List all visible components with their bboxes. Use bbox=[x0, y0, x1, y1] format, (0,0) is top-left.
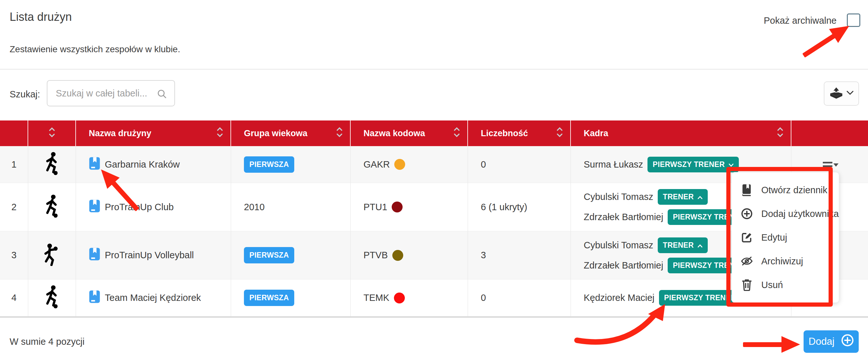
header-divider bbox=[0, 69, 868, 69]
row-index: 2 bbox=[0, 183, 28, 231]
export-icon bbox=[829, 87, 843, 100]
count-cell: 0 bbox=[468, 279, 571, 317]
age-group-cell: 2010 bbox=[231, 183, 351, 231]
sort-icon bbox=[49, 127, 56, 140]
volleyball-player-icon bbox=[43, 242, 61, 268]
menu-item-open-journal[interactable]: Otwórz dziennik bbox=[732, 178, 839, 202]
team-name-cell: Garbarnia Kraków bbox=[76, 146, 231, 183]
team-link[interactable]: Garbarnia Kraków bbox=[89, 157, 180, 172]
sort-icon bbox=[336, 127, 343, 140]
staff-role-badge[interactable]: TRENER bbox=[658, 189, 708, 205]
age-group-badge[interactable]: PIERWSZA bbox=[244, 290, 294, 306]
team-name-cell: ProTrainUp Volleyball bbox=[76, 231, 231, 279]
age-group-cell: PIERWSZA bbox=[231, 231, 351, 279]
code-cell: PTU1 bbox=[351, 183, 468, 231]
age-group-cell: PIERWSZA bbox=[231, 146, 351, 183]
code-cell: GAKR bbox=[351, 146, 468, 183]
football-player-icon bbox=[43, 194, 61, 220]
journal-book-icon bbox=[89, 199, 100, 215]
menu-item-archive[interactable]: Archiwizuj bbox=[732, 249, 839, 273]
code-cell: PTVB bbox=[351, 231, 468, 279]
sport-cell bbox=[28, 183, 76, 231]
export-button[interactable] bbox=[824, 81, 859, 106]
menu-item-add-user[interactable]: Dodaj użytkownika bbox=[732, 202, 839, 226]
sport-cell bbox=[28, 279, 76, 317]
column-header-sport[interactable] bbox=[28, 121, 76, 146]
team-link[interactable]: ProTrainUp Volleyball bbox=[89, 247, 194, 263]
journal-book-icon bbox=[89, 157, 100, 172]
sort-icon bbox=[216, 127, 223, 140]
sort-icon bbox=[556, 127, 563, 140]
team-color-dot bbox=[392, 202, 403, 212]
row-actions-context-menu: Otwórz dziennik Dodaj użytkownika Edytuj… bbox=[732, 172, 839, 303]
row-index: 3 bbox=[0, 231, 28, 279]
search-label: Szukaj: bbox=[10, 89, 40, 100]
age-group-badge[interactable]: PIERWSZA bbox=[244, 247, 294, 263]
team-color-dot bbox=[392, 250, 403, 261]
chevron-up-icon bbox=[698, 193, 703, 201]
trash-icon bbox=[741, 279, 753, 291]
search-box bbox=[47, 80, 175, 106]
circle-plus-icon bbox=[841, 334, 854, 349]
circle-plus-icon bbox=[741, 208, 753, 220]
column-header-actions bbox=[792, 121, 868, 146]
search-input[interactable] bbox=[56, 81, 155, 106]
code-cell: TEMK bbox=[351, 279, 468, 317]
show-archived-label: Pokaż archiwalne bbox=[764, 15, 837, 26]
journal-book-icon bbox=[89, 290, 100, 306]
count-cell: 3 bbox=[468, 231, 571, 279]
football-player-icon bbox=[43, 285, 61, 311]
menu-item-delete[interactable]: Usuń bbox=[732, 273, 839, 297]
count-cell: 6 (1 ukryty) bbox=[468, 183, 571, 231]
row-index: 1 bbox=[0, 146, 28, 183]
annotation-arrow-add-button bbox=[743, 334, 800, 355]
sort-icon bbox=[453, 127, 460, 140]
edit-pencil-icon bbox=[741, 232, 753, 243]
staff-role-badge[interactable]: TRENER bbox=[658, 237, 708, 253]
chevron-up-icon bbox=[698, 241, 703, 250]
column-header-count[interactable]: Liczebność bbox=[468, 121, 571, 146]
add-team-button[interactable]: Dodaj bbox=[804, 330, 859, 353]
chevron-down-icon bbox=[728, 160, 734, 169]
search-icon bbox=[156, 89, 167, 101]
show-archived-checkbox[interactable] bbox=[847, 13, 860, 27]
count-cell: 0 bbox=[468, 146, 571, 183]
sport-cell bbox=[28, 146, 76, 183]
age-group-badge[interactable]: PIERWSZA bbox=[244, 156, 294, 173]
age-group-text: 2010 bbox=[244, 202, 265, 212]
menu-item-edit[interactable]: Edytuj bbox=[732, 226, 839, 249]
team-color-dot bbox=[394, 293, 405, 303]
age-group-cell: PIERWSZA bbox=[231, 279, 351, 317]
column-header-team-name[interactable]: Nazwa drużyny bbox=[76, 121, 231, 146]
staff-role-badge[interactable]: PIERWSZY TRENER bbox=[648, 157, 739, 172]
team-color-dot bbox=[394, 159, 405, 170]
team-link[interactable]: ProTrainUp Club bbox=[89, 199, 174, 215]
column-header-code-name[interactable]: Nazwa kodowa bbox=[351, 121, 468, 146]
page-title: Lista drużyn bbox=[10, 10, 72, 24]
column-header-empty bbox=[0, 121, 28, 146]
team-link[interactable]: Team Maciej Kędziorek bbox=[89, 290, 201, 306]
chevron-down-icon bbox=[846, 91, 854, 96]
column-header-age-group[interactable]: Grupa wiekowa bbox=[231, 121, 351, 146]
sport-cell bbox=[28, 231, 76, 279]
row-index: 4 bbox=[0, 279, 28, 317]
football-player-icon bbox=[43, 152, 61, 177]
column-header-staff[interactable]: Kadra bbox=[571, 121, 792, 146]
eye-slash-icon bbox=[741, 256, 753, 267]
journal-book-icon bbox=[741, 184, 753, 196]
page-subtitle: Zestawienie wszystkich zespołów w klubie… bbox=[10, 44, 180, 55]
row-actions-menu-icon[interactable] bbox=[823, 162, 838, 167]
journal-book-icon bbox=[89, 247, 100, 263]
sort-icon bbox=[777, 127, 784, 140]
table-total-count: W sumie 4 pozycji bbox=[10, 336, 85, 347]
team-name-cell: ProTrainUp Club bbox=[76, 183, 231, 231]
team-name-cell: Team Maciej Kędziorek bbox=[76, 279, 231, 317]
